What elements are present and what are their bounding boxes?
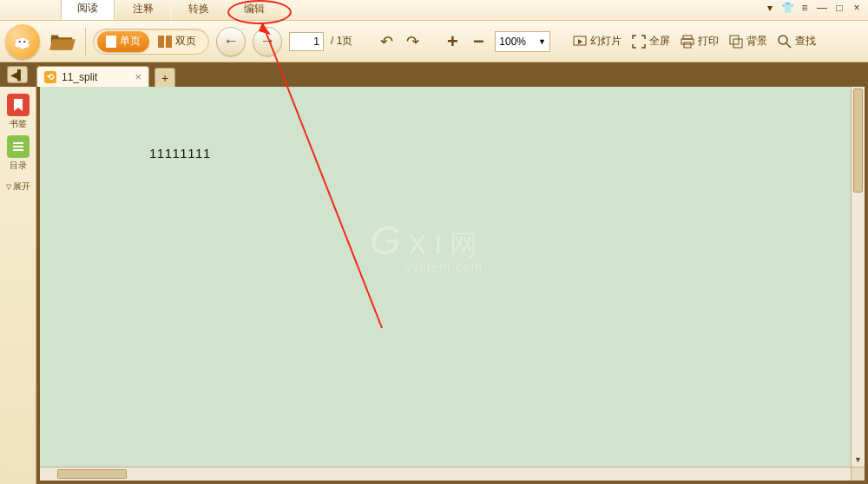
- svg-point-1: [23, 40, 25, 42]
- background-button[interactable]: 背景: [727, 34, 769, 49]
- expand-button[interactable]: ▽ 展开: [6, 180, 30, 193]
- scroll-thumb-h[interactable]: [57, 469, 127, 479]
- undo-button[interactable]: ↶: [377, 32, 396, 51]
- single-page-label: 单页: [120, 34, 141, 49]
- svg-rect-2: [106, 36, 116, 48]
- document-content: 11111111: [149, 146, 211, 160]
- toolbar: 单页 双页 ← → / 1页 ↶ ↷ + − 100% ▼ 幻灯片 全屏 打印 …: [0, 21, 868, 62]
- next-page-button[interactable]: →: [253, 27, 282, 56]
- menu-tab-edit[interactable]: 编辑: [227, 0, 281, 20]
- search-icon: [778, 35, 792, 49]
- watermark: G X I 网 system.com: [370, 217, 483, 274]
- view-mode-group: 单页 双页: [93, 29, 209, 55]
- menu-tab-read[interactable]: 阅读: [61, 0, 115, 20]
- double-page-label: 双页: [175, 34, 196, 49]
- svg-rect-4: [166, 36, 172, 48]
- dropdown-icon[interactable]: ▾: [764, 2, 776, 14]
- redo-button[interactable]: ↷: [403, 32, 422, 51]
- svg-rect-13: [13, 142, 23, 144]
- print-icon: [681, 35, 694, 49]
- minimize-button[interactable]: —: [816, 2, 828, 14]
- close-button[interactable]: ×: [851, 2, 863, 14]
- fullscreen-label: 全屏: [649, 34, 670, 49]
- background-label: 背景: [746, 34, 767, 49]
- document-tab-label: 11_split: [62, 71, 97, 83]
- document-canvas[interactable]: 11111111 G X I 网 system.com ▲ ▼: [36, 87, 868, 484]
- page-icon: [106, 36, 116, 48]
- zoom-out-button[interactable]: −: [469, 32, 488, 51]
- svg-rect-8: [684, 43, 691, 48]
- menu-bar: 阅读 注释 转换 编辑 ▾ 👕 ≡ — □ ×: [0, 0, 868, 21]
- toc-label: 目录: [10, 160, 27, 172]
- svg-line-12: [786, 43, 791, 48]
- bookmark-icon: [7, 94, 30, 116]
- slideshow-icon: [573, 35, 587, 49]
- scroll-corner: [851, 467, 865, 481]
- toc-button[interactable]: 目录: [6, 135, 30, 172]
- fullscreen-button[interactable]: 全屏: [630, 34, 672, 49]
- bookmark-label: 书签: [10, 118, 27, 130]
- sidebar: 书签 目录 ▽ 展开: [0, 87, 36, 484]
- expand-label: 展开: [13, 180, 30, 193]
- print-button[interactable]: 打印: [679, 34, 720, 49]
- svg-point-0: [19, 40, 21, 42]
- svg-rect-14: [13, 146, 23, 147]
- open-file-button[interactable]: [47, 29, 78, 55]
- chevron-down-icon: ▼: [538, 37, 546, 46]
- toc-icon: [7, 135, 30, 158]
- slideshow-button[interactable]: 幻灯片: [571, 34, 623, 49]
- prev-page-button[interactable]: ←: [216, 27, 246, 56]
- zoom-value: 100%: [499, 36, 526, 48]
- double-page-icon: [158, 36, 172, 48]
- print-label: 打印: [698, 34, 719, 49]
- svg-rect-7: [681, 39, 694, 44]
- document-type-icon: ⟲: [44, 71, 56, 83]
- page-number-input[interactable]: [289, 32, 324, 51]
- fullscreen-icon: [632, 35, 646, 49]
- scroll-thumb-v[interactable]: [853, 88, 863, 193]
- search-label: 查找: [795, 34, 816, 49]
- chevron-down-icon: ▽: [6, 183, 11, 191]
- menu-tab-convert[interactable]: 转换: [172, 0, 226, 20]
- main-area: 书签 目录 ▽ 展开 11111111 G X I 网 system.com ▲…: [0, 87, 868, 484]
- page-total-label: / 1页: [331, 34, 352, 49]
- document-tabs: ⟲ 11_split × +: [0, 62, 868, 87]
- menu-icon[interactable]: ≡: [799, 2, 811, 14]
- new-tab-button[interactable]: +: [155, 68, 175, 87]
- document-tab[interactable]: ⟲ 11_split ×: [36, 66, 149, 87]
- window-controls: ▾ 👕 ≡ — □ ×: [764, 2, 863, 14]
- svg-rect-10: [733, 39, 742, 48]
- background-icon: [729, 35, 743, 49]
- svg-rect-15: [13, 149, 23, 151]
- svg-rect-3: [158, 36, 164, 48]
- maximize-button[interactable]: □: [833, 2, 845, 14]
- svg-point-11: [779, 36, 787, 44]
- zoom-select[interactable]: 100% ▼: [495, 31, 550, 52]
- bookmark-button[interactable]: 书签: [6, 94, 30, 130]
- zoom-in-button[interactable]: +: [443, 32, 462, 51]
- horizontal-scrollbar[interactable]: [40, 467, 851, 481]
- search-button[interactable]: 查找: [776, 34, 818, 49]
- vertical-scrollbar[interactable]: ▲ ▼: [851, 87, 865, 467]
- skin-icon[interactable]: 👕: [781, 2, 793, 14]
- svg-rect-9: [730, 36, 739, 44]
- double-page-button[interactable]: 双页: [149, 31, 205, 52]
- collapse-sidebar-button[interactable]: ◀▌: [7, 66, 28, 83]
- close-tab-button[interactable]: ×: [135, 70, 141, 83]
- svg-rect-6: [683, 36, 692, 39]
- menu-tab-annotate[interactable]: 注释: [116, 0, 170, 20]
- slideshow-label: 幻灯片: [590, 34, 621, 49]
- single-page-button[interactable]: 单页: [97, 31, 149, 52]
- app-logo[interactable]: [5, 24, 40, 59]
- scroll-down-button[interactable]: ▼: [852, 453, 865, 467]
